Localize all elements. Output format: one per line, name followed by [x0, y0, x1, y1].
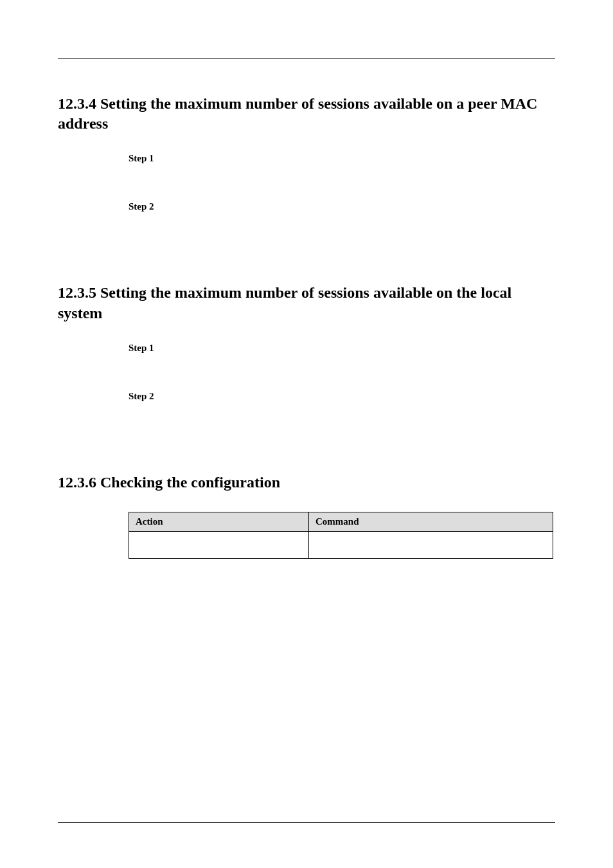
- section-heading-12-3-4: 12.3.4 Setting the maximum number of ses…: [58, 94, 555, 134]
- step-label: Step 1: [129, 343, 555, 354]
- step-label: Step 2: [129, 391, 555, 402]
- step-label: Step 2: [129, 201, 555, 212]
- config-table-wrap: Action Command: [129, 512, 555, 559]
- table-cell-action: [129, 531, 309, 558]
- table-header-command: Command: [309, 512, 553, 531]
- table-cell-command: [309, 531, 553, 558]
- step-label: Step 1: [129, 153, 555, 164]
- table-row: [129, 531, 553, 558]
- table-header-action: Action: [129, 512, 309, 531]
- config-check-table: Action Command: [129, 512, 553, 559]
- section-heading-12-3-5: 12.3.5 Setting the maximum number of ses…: [58, 283, 555, 323]
- steps-block-2: Step 1 Step 2: [129, 343, 555, 402]
- steps-block-1: Step 1 Step 2: [129, 153, 555, 212]
- bottom-horizontal-rule: [58, 822, 555, 823]
- top-horizontal-rule: [58, 58, 555, 59]
- section-heading-12-3-6: 12.3.6 Checking the configuration: [58, 473, 555, 493]
